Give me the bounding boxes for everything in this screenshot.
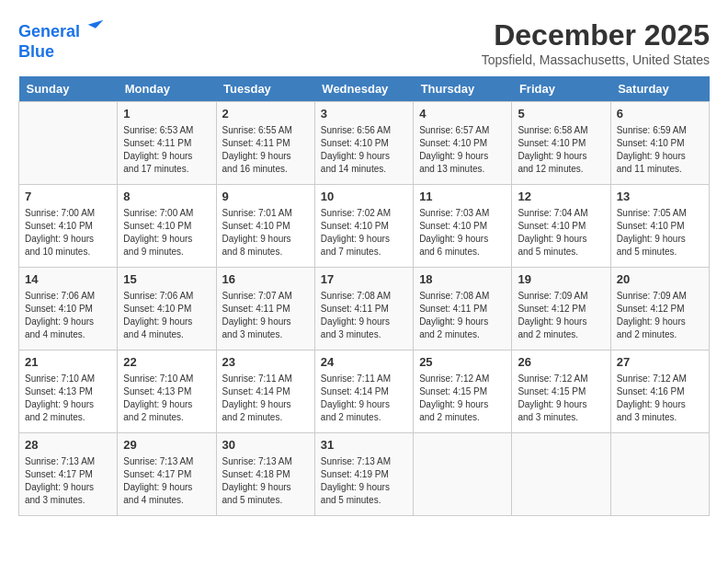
day-info: Sunrise: 6:55 AM Sunset: 4:11 PM Dayligh… [222, 124, 309, 176]
day-number: 18 [419, 271, 506, 288]
calendar-cell: 29Sunrise: 7:13 AM Sunset: 4:17 PM Dayli… [118, 433, 216, 516]
title-block: December 2025 Topsfield, Massachusetts, … [482, 18, 710, 67]
calendar-cell: 31Sunrise: 7:13 AM Sunset: 4:19 PM Dayli… [314, 433, 413, 516]
day-number: 12 [518, 189, 604, 205]
day-number: 23 [222, 354, 309, 371]
day-info: Sunrise: 7:10 AM Sunset: 4:13 PM Dayligh… [123, 373, 210, 424]
day-info: Sunrise: 7:13 AM Sunset: 4:18 PM Dayligh… [222, 455, 309, 507]
day-number: 5 [518, 106, 604, 122]
day-info: Sunrise: 7:00 AM Sunset: 4:10 PM Dayligh… [25, 207, 111, 259]
calendar-cell: 21Sunrise: 7:10 AM Sunset: 4:13 PM Dayli… [19, 350, 118, 433]
calendar-cell [610, 433, 709, 516]
day-number: 26 [518, 354, 604, 371]
weekday-header-friday: Friday [512, 76, 610, 102]
calendar-cell: 4Sunrise: 6:57 AM Sunset: 4:10 PM Daylig… [414, 102, 512, 185]
calendar-cell: 7Sunrise: 7:00 AM Sunset: 4:10 PM Daylig… [19, 185, 118, 268]
day-number: 31 [321, 437, 407, 454]
calendar-week-row: 14Sunrise: 7:06 AM Sunset: 4:10 PM Dayli… [19, 268, 710, 350]
logo: General Blue [18, 18, 105, 62]
day-number: 22 [123, 354, 210, 371]
day-number: 7 [25, 189, 111, 205]
day-number: 11 [419, 189, 506, 205]
day-info: Sunrise: 6:56 AM Sunset: 4:10 PM Dayligh… [321, 124, 407, 176]
day-info: Sunrise: 7:11 AM Sunset: 4:14 PM Dayligh… [321, 373, 407, 424]
day-info: Sunrise: 7:10 AM Sunset: 4:13 PM Dayligh… [25, 373, 111, 424]
day-info: Sunrise: 7:06 AM Sunset: 4:10 PM Dayligh… [123, 290, 210, 341]
day-number: 10 [321, 189, 407, 205]
calendar-cell [414, 433, 512, 516]
weekday-header-thursday: Thursday [414, 76, 512, 102]
day-info: Sunrise: 6:58 AM Sunset: 4:10 PM Dayligh… [518, 124, 604, 176]
day-info: Sunrise: 7:12 AM Sunset: 4:15 PM Dayligh… [518, 373, 604, 424]
calendar-cell: 17Sunrise: 7:08 AM Sunset: 4:11 PM Dayli… [314, 268, 413, 350]
day-info: Sunrise: 6:57 AM Sunset: 4:10 PM Dayligh… [419, 124, 506, 176]
calendar-cell: 12Sunrise: 7:04 AM Sunset: 4:10 PM Dayli… [512, 185, 610, 268]
day-number: 30 [222, 437, 309, 454]
calendar-cell: 30Sunrise: 7:13 AM Sunset: 4:18 PM Dayli… [216, 433, 314, 516]
day-info: Sunrise: 7:09 AM Sunset: 4:12 PM Dayligh… [617, 290, 703, 341]
day-info: Sunrise: 7:08 AM Sunset: 4:11 PM Dayligh… [321, 290, 407, 341]
weekday-header-row: SundayMondayTuesdayWednesdayThursdayFrid… [19, 76, 710, 102]
day-info: Sunrise: 7:12 AM Sunset: 4:15 PM Dayligh… [419, 373, 506, 424]
day-info: Sunrise: 7:03 AM Sunset: 4:10 PM Dayligh… [419, 207, 506, 259]
day-info: Sunrise: 7:13 AM Sunset: 4:19 PM Dayligh… [321, 455, 407, 507]
day-number: 3 [321, 106, 407, 122]
day-info: Sunrise: 7:12 AM Sunset: 4:16 PM Dayligh… [617, 373, 703, 424]
day-info: Sunrise: 7:13 AM Sunset: 4:17 PM Dayligh… [123, 455, 210, 507]
calendar-cell: 27Sunrise: 7:12 AM Sunset: 4:16 PM Dayli… [610, 350, 709, 433]
calendar-week-row: 7Sunrise: 7:00 AM Sunset: 4:10 PM Daylig… [19, 185, 710, 268]
calendar-cell: 15Sunrise: 7:06 AM Sunset: 4:10 PM Dayli… [118, 268, 216, 350]
day-number: 24 [321, 354, 407, 371]
weekday-header-saturday: Saturday [610, 76, 709, 102]
calendar-cell: 18Sunrise: 7:08 AM Sunset: 4:11 PM Dayli… [414, 268, 512, 350]
location: Topsfield, Massachusetts, United States [482, 52, 710, 67]
calendar-cell: 24Sunrise: 7:11 AM Sunset: 4:14 PM Dayli… [314, 350, 413, 433]
day-number: 2 [222, 106, 309, 122]
calendar-cell: 10Sunrise: 7:02 AM Sunset: 4:10 PM Dayli… [314, 185, 413, 268]
calendar-cell: 1Sunrise: 6:53 AM Sunset: 4:11 PM Daylig… [118, 102, 216, 185]
month-title: December 2025 [482, 18, 710, 52]
day-info: Sunrise: 6:59 AM Sunset: 4:10 PM Dayligh… [617, 124, 703, 176]
day-number: 16 [222, 271, 309, 288]
weekday-header-wednesday: Wednesday [314, 76, 413, 102]
logo-bird-icon [86, 18, 105, 37]
day-number: 8 [123, 189, 210, 205]
calendar-week-row: 28Sunrise: 7:13 AM Sunset: 4:17 PM Dayli… [19, 433, 710, 516]
day-number: 17 [321, 271, 407, 288]
calendar-cell [512, 433, 610, 516]
day-info: Sunrise: 6:53 AM Sunset: 4:11 PM Dayligh… [123, 124, 210, 176]
calendar-cell: 5Sunrise: 6:58 AM Sunset: 4:10 PM Daylig… [512, 102, 610, 185]
day-info: Sunrise: 7:09 AM Sunset: 4:12 PM Dayligh… [518, 290, 604, 341]
day-info: Sunrise: 7:02 AM Sunset: 4:10 PM Dayligh… [321, 207, 407, 259]
calendar-cell: 16Sunrise: 7:07 AM Sunset: 4:11 PM Dayli… [216, 268, 314, 350]
day-info: Sunrise: 7:04 AM Sunset: 4:10 PM Dayligh… [518, 207, 604, 259]
day-info: Sunrise: 7:05 AM Sunset: 4:10 PM Dayligh… [617, 207, 703, 259]
calendar-cell: 19Sunrise: 7:09 AM Sunset: 4:12 PM Dayli… [512, 268, 610, 350]
calendar-cell: 23Sunrise: 7:11 AM Sunset: 4:14 PM Dayli… [216, 350, 314, 433]
calendar-cell: 13Sunrise: 7:05 AM Sunset: 4:10 PM Dayli… [610, 185, 709, 268]
day-number: 1 [123, 106, 210, 122]
calendar-cell: 14Sunrise: 7:06 AM Sunset: 4:10 PM Dayli… [19, 268, 118, 350]
day-number: 21 [25, 354, 111, 371]
calendar-cell: 20Sunrise: 7:09 AM Sunset: 4:12 PM Dayli… [610, 268, 709, 350]
calendar-cell: 25Sunrise: 7:12 AM Sunset: 4:15 PM Dayli… [414, 350, 512, 433]
day-info: Sunrise: 7:07 AM Sunset: 4:11 PM Dayligh… [222, 290, 309, 341]
day-number: 20 [617, 271, 703, 288]
day-number: 29 [123, 437, 210, 454]
calendar-table: SundayMondayTuesdayWednesdayThursdayFrid… [18, 76, 710, 516]
weekday-header-monday: Monday [118, 76, 216, 102]
day-number: 6 [617, 106, 703, 122]
day-number: 14 [25, 271, 111, 288]
day-number: 28 [25, 437, 111, 454]
calendar-cell: 8Sunrise: 7:00 AM Sunset: 4:10 PM Daylig… [118, 185, 216, 268]
logo-general: General [18, 22, 80, 40]
calendar-cell: 9Sunrise: 7:01 AM Sunset: 4:10 PM Daylig… [216, 185, 314, 268]
day-info: Sunrise: 7:11 AM Sunset: 4:14 PM Dayligh… [222, 373, 309, 424]
day-info: Sunrise: 7:00 AM Sunset: 4:10 PM Dayligh… [123, 207, 210, 259]
calendar-cell: 11Sunrise: 7:03 AM Sunset: 4:10 PM Dayli… [414, 185, 512, 268]
day-info: Sunrise: 7:13 AM Sunset: 4:17 PM Dayligh… [25, 455, 111, 507]
day-number: 4 [419, 106, 506, 122]
calendar-cell: 26Sunrise: 7:12 AM Sunset: 4:15 PM Dayli… [512, 350, 610, 433]
day-info: Sunrise: 7:08 AM Sunset: 4:11 PM Dayligh… [419, 290, 506, 341]
day-number: 15 [123, 271, 210, 288]
